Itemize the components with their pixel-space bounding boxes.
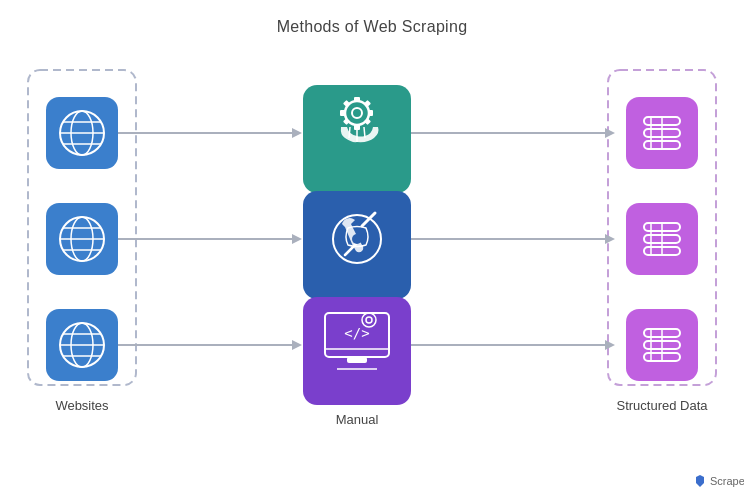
svg-rect-9 — [368, 110, 373, 116]
svg-point-31 — [352, 234, 362, 244]
svg-line-16 — [349, 127, 350, 138]
arrowhead-right-3 — [605, 340, 615, 350]
structured-data-label: Structured Data — [616, 398, 708, 413]
svg-text:</>: </> — [344, 325, 369, 341]
manual-label: Manual — [336, 412, 379, 427]
logo-shield-icon — [696, 475, 704, 487]
svg-rect-7 — [354, 97, 360, 102]
websites-label: Websites — [55, 398, 109, 413]
arrowhead-left-2 — [292, 234, 302, 244]
svg-line-17 — [364, 127, 365, 138]
svg-rect-44 — [347, 357, 367, 363]
diagram: Services Tools </> — [0, 30, 744, 500]
arrowhead-right-2 — [605, 234, 615, 244]
arrowhead-left-1 — [292, 128, 302, 138]
arrowhead-right-1 — [605, 128, 615, 138]
arrowhead-left-3 — [292, 340, 302, 350]
svg-rect-10 — [340, 110, 345, 116]
logo-text: ScrapeHero — [710, 475, 744, 487]
